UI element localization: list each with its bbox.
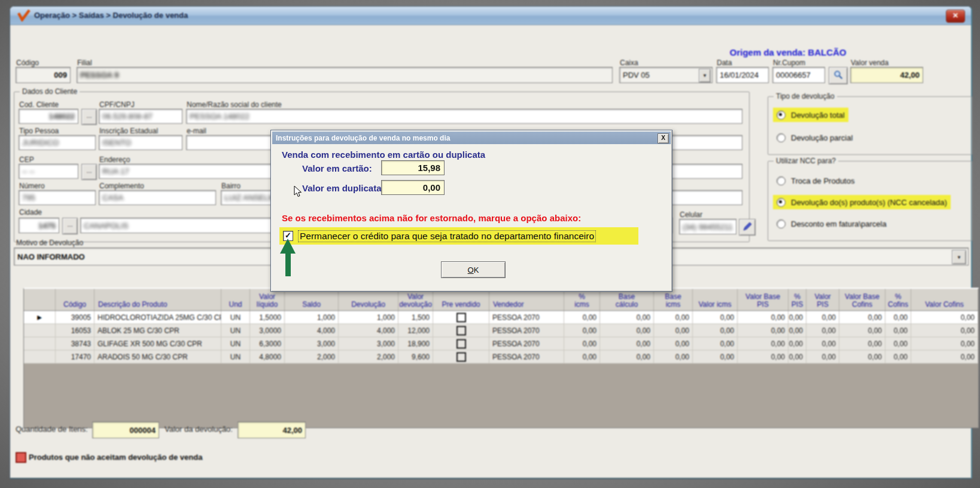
- cidade-lookup-button[interactable]: ...: [62, 218, 78, 234]
- credit-checkbox-label: Permanecer o crédito para que seja trata…: [298, 230, 596, 242]
- cell-descricao: GLIFAGE XR 500 MG C/30 CPR: [95, 337, 221, 350]
- ncc-group: Utilizar NCC para? Troca de Produtos Dev…: [768, 161, 972, 241]
- column-header-valor_pis[interactable]: Valor PIS: [806, 289, 839, 310]
- valor-venda-field[interactable]: 42,00: [850, 67, 923, 83]
- cupom-field[interactable]: 00006657: [772, 67, 825, 83]
- tipo-pessoa-field[interactable]: JURIDICO: [19, 135, 96, 150]
- pre-vendido-checkbox[interactable]: [456, 339, 466, 349]
- caixa-dropdown-icon[interactable]: ▼: [699, 69, 711, 83]
- cod-cliente-field[interactable]: 148022: [19, 109, 78, 124]
- column-header-valor_icms[interactable]: Valor icms: [693, 289, 738, 310]
- cell-valor_base_cofins: 0,00: [839, 337, 885, 350]
- numero-field[interactable]: 795: [19, 190, 96, 205]
- qtd-itens-field[interactable]: 000004: [92, 422, 159, 438]
- cell-descricao: ABLOK 25 MG C/30 CPR: [95, 324, 221, 337]
- nome-field[interactable]: PESSOA 148022: [186, 109, 742, 124]
- table-row[interactable]: 17470ARADOIS 50 MG C/30 CPRUN4,80002,000…: [24, 350, 978, 364]
- column-header-indicator[interactable]: [24, 289, 56, 310]
- row-indicator-icon: ▶: [37, 314, 42, 321]
- pre-vendido-checkbox[interactable]: [456, 313, 466, 322]
- column-header-devolucao[interactable]: Devolução: [339, 289, 398, 310]
- complemento-label: Complemento: [99, 182, 144, 190]
- column-header-pre_vendido[interactable]: Pre vendido: [433, 289, 489, 310]
- inscricao-field[interactable]: ISENTO: [99, 135, 182, 150]
- column-header-und[interactable]: Und: [221, 289, 250, 310]
- column-header-vendedor[interactable]: Vendedor: [489, 289, 564, 310]
- column-header-valor_liquido[interactable]: Valor líquido: [250, 289, 285, 310]
- cell-und: UN: [221, 350, 250, 363]
- codigo-field[interactable]: 009: [16, 67, 71, 83]
- column-header-base_icms[interactable]: Base icms: [654, 289, 693, 310]
- cell-descricao: HIDROCLOROTIAZIDA 25MG C/30 CPR: [95, 311, 221, 324]
- numero-label: Número: [19, 182, 45, 190]
- column-header-descricao[interactable]: Descrição do Produto: [95, 289, 221, 310]
- cell-valor_liquido: 1,5000: [250, 311, 285, 324]
- cep-label: CEP: [19, 155, 34, 164]
- cell-pct_cofins: 0,00: [885, 324, 911, 337]
- column-header-codigo[interactable]: Código: [56, 289, 95, 310]
- column-header-valor_base_pis[interactable]: Valor Base PIS: [738, 289, 789, 310]
- radio-devolucao-produtos-ncc[interactable]: Devolução do(s) produto(s) (NCC cancelad…: [773, 195, 951, 209]
- cidade-code-field[interactable]: 1475: [19, 218, 59, 233]
- cell-vendedor: PESSOA 2070: [489, 337, 564, 350]
- cell-pct_pis: 0,00: [789, 324, 806, 337]
- column-header-base_calculo[interactable]: Base cálculo: [600, 289, 654, 310]
- cell-und: UN: [221, 324, 250, 337]
- data-label: Data: [717, 59, 732, 67]
- radio-desconto-fatura[interactable]: Desconto em fatura\parcela: [773, 216, 890, 231]
- celular-edit-button[interactable]: [739, 219, 756, 236]
- window-close-icon[interactable]: ✕: [946, 10, 965, 23]
- cell-valor_cofins: 0,00: [911, 337, 978, 350]
- cep-field[interactable]: -- --: [19, 164, 78, 179]
- column-header-valor_cofins[interactable]: Valor Cofins: [911, 289, 978, 310]
- cep-lookup-button[interactable]: ...: [81, 164, 97, 180]
- table-header-row: CódigoDescrição do ProdutoUndValor líqui…: [24, 289, 978, 311]
- dialog-close-icon[interactable]: X: [658, 133, 669, 144]
- cell-valor_base_pis: 0,00: [738, 350, 789, 363]
- cidade-label: Cidade: [19, 208, 42, 216]
- celular-field[interactable]: (34) 98455211: [679, 219, 736, 234]
- cell-und: UN: [221, 337, 250, 350]
- cell-valor_liquido: 4,8000: [250, 350, 285, 363]
- valor-cartao-field[interactable]: 15,98: [381, 160, 445, 175]
- valor-devolucao-field[interactable]: 42,00: [238, 422, 306, 438]
- pre-vendido-checkbox[interactable]: [456, 326, 466, 336]
- window-titlebar: Operação > Saídas > Devolução de venda ✕: [10, 7, 971, 25]
- pre-vendido-checkbox[interactable]: [456, 352, 466, 362]
- email-label: e-mail: [187, 127, 206, 135]
- table-row[interactable]: 38743GLIFAGE XR 500 MG C/30 CPRUN6,30003…: [24, 337, 978, 350]
- items-table: CódigoDescrição do ProdutoUndValor líqui…: [23, 288, 979, 428]
- complemento-field[interactable]: CASA: [99, 190, 216, 205]
- column-header-valor_base_cofins[interactable]: Valor Base Cofins: [839, 289, 885, 310]
- column-header-pct_icms[interactable]: % icms: [564, 289, 600, 310]
- radio-devolucao-total[interactable]: Devolução total: [773, 108, 848, 122]
- cell-pre_vendido: [433, 324, 489, 337]
- column-header-pct_cofins[interactable]: % Cofins: [885, 289, 911, 310]
- cpf-cnpj-field[interactable]: 06.529.808-87: [99, 109, 182, 124]
- caixa-select[interactable]: PDV 05 ▼: [619, 67, 713, 83]
- valor-duplicata-field[interactable]: 0,00: [381, 180, 445, 195]
- dialog-titlebar: Instruções para devolução de venda no me…: [272, 132, 671, 144]
- radio-devolucao-parcial[interactable]: Devolução parcial: [773, 130, 856, 145]
- cod-cliente-lookup-button[interactable]: ...: [81, 109, 97, 125]
- valor-venda-label: Valor venda: [851, 59, 888, 67]
- credit-checkbox-row[interactable]: ✓ Permanecer o crédito para que seja tra…: [279, 227, 638, 245]
- cell-valor_cofins: 0,00: [911, 311, 978, 324]
- pencil-icon: [742, 222, 752, 231]
- tipo-pessoa-label: Tipo Pessoa: [19, 127, 59, 135]
- origem-venda-label: Origem da venda: BALCÃO: [710, 47, 866, 57]
- column-header-pct_pis[interactable]: % PIS: [789, 289, 806, 310]
- data-field[interactable]: 16/01/2024: [716, 67, 769, 83]
- cell-saldo: 3,000: [285, 337, 339, 350]
- column-header-valor_devolucao[interactable]: Valor devolução: [398, 289, 433, 310]
- legend-red-square-icon: [16, 452, 26, 463]
- column-header-saldo[interactable]: Saldo: [285, 289, 339, 310]
- table-row[interactable]: 16053ABLOK 25 MG C/30 CPRUN3,00004,0004,…: [24, 324, 978, 337]
- cell-pct_icms: 0,00: [564, 337, 600, 350]
- motivo-dropdown-icon[interactable]: ▼: [952, 250, 966, 264]
- radio-troca-produtos[interactable]: Troca de Produtos: [773, 173, 858, 188]
- search-cupom-button[interactable]: [829, 67, 848, 84]
- filial-field[interactable]: PESSOA 9: [77, 67, 613, 83]
- ok-button[interactable]: OK: [441, 261, 506, 278]
- table-row[interactable]: ▶39005HIDROCLOROTIAZIDA 25MG C/30 CPRUN1…: [24, 311, 978, 324]
